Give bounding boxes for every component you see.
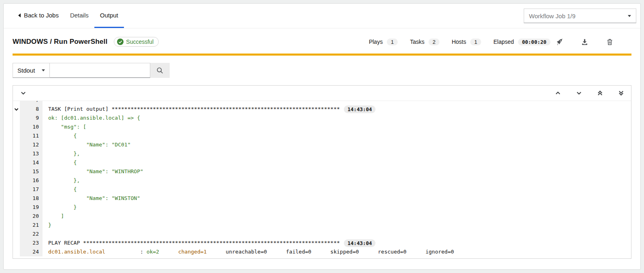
console-line-number: 8	[20, 105, 43, 114]
collapse-all-button[interactable]	[19, 90, 27, 97]
console-line: 21}	[13, 221, 631, 230]
tab-output[interactable]: Output	[94, 4, 124, 28]
stat-value-badge: 00:00:20	[518, 39, 550, 45]
tab-details[interactable]: Details	[64, 4, 94, 28]
console-line: 19 }	[13, 203, 631, 212]
chevron-down-icon	[42, 69, 45, 71]
console-text-segment: "Name": "DC01"	[48, 140, 131, 149]
chevron-down-icon	[14, 107, 19, 112]
console-text-segment: ]	[48, 212, 64, 221]
console-line-number: 14	[20, 158, 43, 167]
scroll-previous-button[interactable]	[554, 90, 561, 97]
console-line-number: 12	[20, 140, 43, 149]
workflow-job-select-value: Workflow Job 1/9	[529, 13, 576, 19]
console-text-segment: }	[48, 203, 77, 212]
delete-job-button[interactable]	[606, 38, 614, 46]
search-button[interactable]	[150, 63, 170, 78]
console-line-text: "Name": "DC01"	[43, 140, 131, 149]
workflow-job-select[interactable]: Workflow Job 1/9	[524, 9, 636, 23]
stdout-panel: 78TASK [Print output] ******************…	[13, 85, 631, 259]
console-line-text: ]	[43, 212, 64, 221]
console-line: 10 "msg": [	[13, 123, 631, 131]
console-text-segment: {	[48, 185, 77, 194]
job-stats: Plays1Tasks2Hosts1Elapsed00:00:20	[369, 39, 550, 45]
console-line: 13 },	[13, 149, 631, 158]
search-icon	[156, 67, 164, 74]
console-line-number: 20	[20, 212, 43, 221]
chevron-double-down-icon	[618, 90, 624, 96]
search-input[interactable]	[50, 63, 150, 78]
console-line-text: }	[43, 221, 51, 230]
download-output-button[interactable]	[580, 38, 589, 46]
chevron-down-icon	[628, 15, 631, 17]
console-text-segment: }	[48, 221, 51, 230]
console-line-number: 11	[20, 131, 43, 140]
status-badge-label: Successful	[126, 39, 154, 45]
console-line: 8TASK [Print output] *******************…	[13, 105, 631, 114]
console-line: 14 {	[13, 158, 631, 167]
console-line: 7	[13, 101, 631, 105]
console-text-segment: ok=2	[147, 247, 159, 256]
console-text-segment: "msg": [	[48, 123, 86, 131]
console-line-number: 9	[20, 114, 43, 123]
relaunch-button[interactable]	[555, 38, 563, 46]
expander-spacer	[13, 194, 20, 203]
status-badge[interactable]: Successful	[114, 37, 159, 47]
console-line-text: TASK [Print output] ********************…	[43, 105, 375, 114]
stdout-filter-dropdown[interactable]: Stdout	[13, 63, 50, 78]
console-line-number: 17	[20, 185, 43, 194]
console-line: 9ok: [dc01.ansible.local] => {	[13, 114, 631, 123]
expander-spacer	[13, 158, 20, 167]
stat-label: Tasks	[410, 39, 424, 45]
scroll-next-button[interactable]	[575, 90, 582, 97]
console-line-text: PLAY RECAP *****************************…	[43, 239, 375, 247]
back-to-jobs-link[interactable]: Back to Jobs	[13, 4, 64, 28]
console-line-text: dc01.ansible.local : ok=2 changed=1 unre…	[43, 247, 454, 256]
stat-value-badge: 2	[429, 39, 439, 45]
stat-elapsed: Elapsed00:00:20	[493, 39, 550, 45]
expander-spacer	[13, 203, 20, 212]
console-output: 78TASK [Print output] ******************…	[13, 101, 631, 258]
console-line-text: "msg": [	[43, 123, 86, 131]
console-line: 24dc01.ansible.local : ok=2 changed=1 un…	[13, 247, 631, 256]
console-text-segment: "Name": "WINTHROP"	[48, 167, 143, 176]
chevron-down-icon	[576, 90, 582, 96]
console-line: 11 {	[13, 131, 631, 140]
console-line-text: {	[43, 158, 77, 167]
console-text-segment: ok: [dc01.ansible.local] => {	[48, 114, 140, 123]
expander-spacer	[13, 131, 20, 140]
console-line: 15 "Name": "WINTHROP"	[13, 167, 631, 176]
scroll-to-bottom-button[interactable]	[617, 90, 625, 97]
console-text-segment: unreachable=0 failed=0 skipped=0 rescued…	[207, 247, 454, 256]
console-line-text: },	[43, 176, 80, 185]
chevron-down-icon	[20, 90, 26, 96]
stat-value-badge: 1	[387, 39, 398, 45]
console-line-number: 7	[20, 101, 43, 105]
tab-output-label: Output	[100, 12, 118, 19]
stdout-filter-value: Stdout	[17, 67, 35, 74]
console-line-text: {	[43, 131, 77, 140]
console-text-segment: {	[48, 158, 77, 167]
scroll-nav	[554, 90, 625, 97]
expander-spacer	[13, 114, 20, 123]
console-line-number: 18	[20, 194, 43, 203]
scroll-to-top-button[interactable]	[596, 90, 603, 97]
console-line-number: 21	[20, 221, 43, 230]
expander-spacer	[13, 212, 20, 221]
expander-spacer	[13, 123, 20, 131]
stdout-panel-header	[13, 86, 631, 101]
console-text-segment	[159, 247, 178, 256]
console-text-segment: {	[48, 131, 77, 140]
console-line: 12 "Name": "DC01"	[13, 140, 631, 149]
console-line: 16 },	[13, 176, 631, 185]
expander-spacer	[13, 140, 20, 149]
expand-task-toggle[interactable]	[13, 105, 20, 114]
console-line-number: 10	[20, 123, 43, 131]
output-toolbar: Stdout	[13, 63, 631, 78]
stat-tasks: Tasks2	[410, 39, 439, 45]
console-line-number: 13	[20, 149, 43, 158]
stat-hosts: Hosts1	[452, 39, 481, 45]
console-text-segment: },	[48, 176, 80, 185]
job-actions	[555, 38, 614, 46]
expander-spacer	[13, 247, 20, 256]
